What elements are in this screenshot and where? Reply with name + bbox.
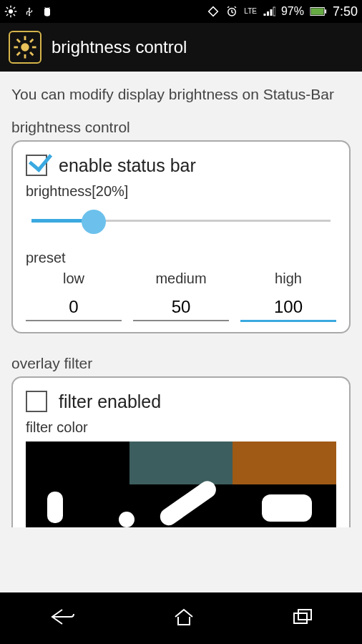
svg-line-13 — [228, 6, 229, 8]
svg-line-30 — [30, 39, 33, 42]
svg-rect-16 — [267, 11, 269, 16]
svg-line-7 — [6, 14, 8, 16]
preset-low-input[interactable] — [26, 294, 122, 321]
app-bar: brightness control — [0, 23, 362, 72]
overlay-section-label: overlay filter — [11, 355, 351, 372]
back-button[interactable] — [48, 607, 77, 630]
home-button[interactable] — [172, 607, 195, 630]
svg-line-8 — [14, 7, 15, 9]
svg-point-22 — [21, 43, 29, 51]
filter-swatch-0[interactable] — [26, 441, 129, 484]
svg-rect-18 — [273, 7, 275, 16]
svg-rect-20 — [311, 8, 324, 14]
filter-color-label: filter color — [26, 419, 336, 436]
preset-high-label: high — [240, 270, 336, 287]
brightness-status-icon — [4, 5, 17, 18]
app-title: brightness control — [52, 37, 187, 57]
preset-label: preset — [26, 250, 336, 266]
network-label: LTE — [244, 8, 257, 15]
page-description: You can modify display brightness on Sta… — [11, 86, 351, 103]
android-status-bar: LTE 97% 7:50 — [0, 0, 362, 23]
signal-icon — [263, 6, 275, 17]
filter-enabled-checkbox[interactable] — [26, 391, 47, 412]
preset-high-input[interactable] — [240, 294, 336, 322]
preset-low-label: low — [26, 270, 122, 287]
brightness-slider-label: brightness[20%] — [26, 183, 336, 200]
battery-percent: 97% — [281, 5, 304, 18]
filter-enabled-label: filter enabled — [59, 391, 161, 412]
svg-rect-15 — [263, 14, 265, 16]
filter-swatch-2[interactable] — [233, 441, 336, 484]
svg-rect-31 — [294, 613, 307, 623]
svg-line-14 — [235, 6, 236, 8]
recent-apps-button[interactable] — [291, 608, 314, 629]
alarm-icon — [225, 5, 238, 18]
clock-text: 7:50 — [333, 4, 358, 19]
filter-color-swatches[interactable] — [26, 441, 336, 484]
brightness-card: enable status bar brightness[20%] preset… — [11, 140, 351, 333]
preset-medium-input[interactable] — [133, 294, 229, 321]
svg-line-27 — [17, 39, 20, 42]
battery-icon — [310, 6, 327, 16]
svg-rect-32 — [298, 610, 311, 620]
android-debug-icon — [41, 5, 53, 18]
svg-line-6 — [14, 14, 15, 16]
rotate-icon — [207, 5, 220, 18]
app-icon — [9, 31, 41, 64]
svg-line-5 — [6, 7, 8, 9]
svg-line-29 — [17, 52, 20, 55]
filter-preview-strip — [26, 484, 336, 527]
brightness-slider[interactable] — [26, 204, 336, 240]
brightness-section-label: brightness control — [11, 119, 351, 136]
svg-rect-11 — [209, 7, 218, 16]
svg-rect-21 — [325, 9, 326, 14]
usb-icon — [24, 5, 34, 18]
preset-medium-label: medium — [133, 270, 229, 287]
svg-point-0 — [9, 9, 13, 14]
filter-swatch-1[interactable] — [129, 441, 233, 484]
enable-status-bar-checkbox[interactable] — [26, 155, 47, 176]
svg-line-28 — [30, 52, 33, 55]
overlay-card: filter enabled filter color — [11, 376, 351, 527]
svg-rect-17 — [270, 9, 272, 16]
enable-status-bar-label: enable status bar — [59, 155, 196, 176]
android-nav-bar — [0, 592, 362, 644]
